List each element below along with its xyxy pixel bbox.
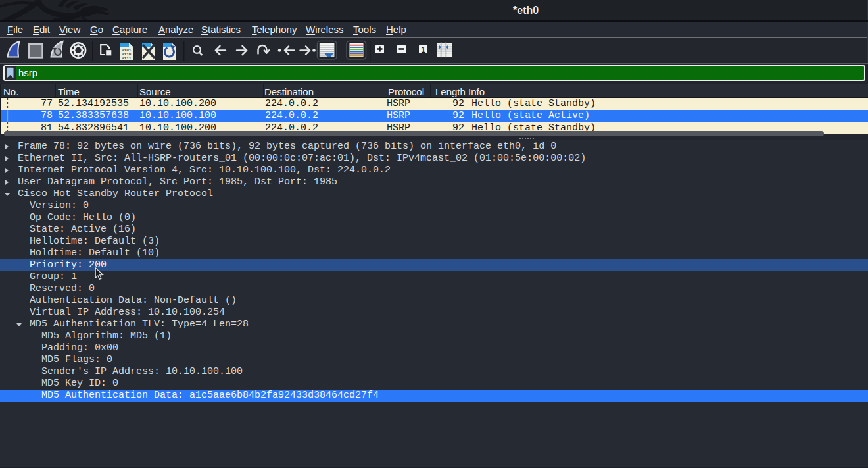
svg-text:1: 1	[421, 45, 425, 55]
svg-text:0111: 0111	[122, 56, 132, 61]
